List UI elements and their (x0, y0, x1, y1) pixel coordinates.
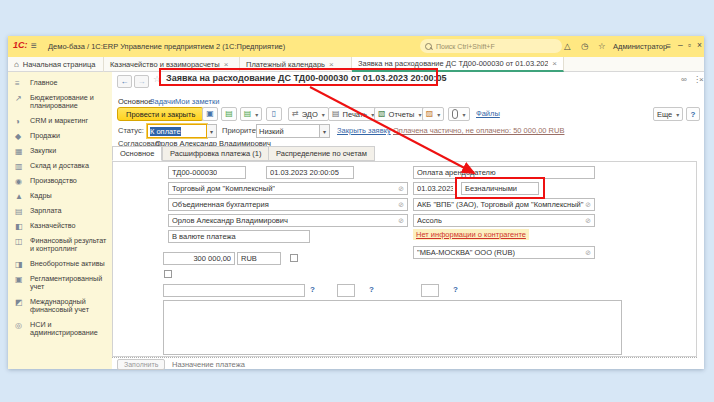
no-counterparty-info-link[interactable]: Нет информации о контрагенте (413, 229, 529, 240)
tab-treasury[interactable]: Казначейство и взаиморасчеты × (104, 57, 240, 72)
payment-card-button[interactable]: ▯ (266, 107, 282, 121)
number-input[interactable]: ТД00-000030 (168, 166, 246, 179)
status-input[interactable]: К оплате (147, 124, 207, 138)
over-limit-checkbox[interactable] (290, 254, 298, 262)
planning-input[interactable]: В валюте платежа (168, 230, 310, 243)
uip-help-icon[interactable] (310, 285, 315, 294)
recipient-account-input[interactable]: "МБА-МОСКВА" ООО (RUB) (413, 246, 595, 259)
applicant-input[interactable]: Орлов Александр Владимирович (168, 214, 408, 227)
priority-dropdown-icon[interactable] (320, 124, 330, 138)
organization-input[interactable]: Торговый дом "Комплексный" (168, 182, 408, 195)
reports-button[interactable]: ▧Отчеты (374, 107, 426, 121)
notes-textarea[interactable] (163, 300, 622, 355)
post-and-close-button[interactable]: Провести и закрыть (117, 107, 204, 121)
sidebar-item-production[interactable]: ◉Производство (8, 174, 112, 188)
uip-input[interactable] (163, 284, 305, 297)
sidebar-item-warehouse[interactable]: ▥Склад и доставка (8, 159, 112, 173)
pay-code-input[interactable] (421, 284, 439, 297)
doc-nav-main[interactable]: Основное (118, 97, 152, 106)
sidebar-item-treasury[interactable]: ◧Казначейство (8, 219, 112, 233)
attachments-button[interactable] (448, 107, 470, 121)
form-tab-main[interactable]: Основное (112, 146, 162, 161)
operation-input[interactable]: Оплата арендодателю (413, 166, 595, 179)
maximize-button[interactable]: ▫ (688, 40, 691, 50)
close-window-button[interactable]: × (697, 40, 702, 50)
minimize-button[interactable]: – (678, 40, 683, 50)
get-link-icon[interactable]: ∞ (681, 75, 687, 84)
sidebar-item-main[interactable]: ≡Главное (8, 76, 112, 90)
open-icon[interactable] (398, 201, 404, 209)
create-based-on-button[interactable]: ▨ (422, 107, 444, 121)
window-title: Демо-база / 1С:ERP Управление предприяти… (48, 42, 285, 51)
save-button[interactable]: ▣ (202, 107, 218, 121)
open-icon[interactable] (398, 217, 404, 225)
sidebar-item-staff[interactable]: ▲Кадры (8, 189, 112, 203)
bank-account-input[interactable]: АКБ "ВПБ" (ЗАО), Торговый дом "Комплексн… (413, 198, 595, 211)
card-icon: ▯ (272, 110, 276, 118)
amount-input[interactable]: 300 000,00 (163, 252, 235, 265)
sidebar-item-budgeting[interactable]: ↗Бюджетирование и планирование (8, 91, 112, 113)
kvd-help-icon[interactable] (369, 285, 374, 294)
current-user[interactable]: Администратор (613, 42, 667, 51)
sidebar-item-sales[interactable]: ◆Продажи (8, 129, 112, 143)
tab-home[interactable]: ⌂ Начальная страница (8, 57, 104, 72)
sidebar-item-salary[interactable]: ▤Зарплата (8, 204, 112, 218)
date-time-input[interactable]: 01.03.2023 20:00:05 (266, 166, 354, 179)
sidebar-item-international-fin[interactable]: ◩Международный финансовый учет (8, 295, 112, 317)
post-dropdown-button[interactable]: ▤ (240, 107, 262, 121)
favorites-icon[interactable]: ☆ (598, 41, 606, 51)
sidebar-item-admin[interactable]: ◎НСИ и администрирование (8, 318, 112, 340)
doc-nav-tasks[interactable]: Задачи (150, 97, 175, 106)
splitter[interactable] (112, 357, 697, 358)
sidebar-item-purchases[interactable]: ▦Закупки (8, 144, 112, 158)
open-icon[interactable] (585, 201, 591, 209)
close-tab-icon[interactable]: × (224, 60, 229, 69)
recipient-input[interactable]: Ассоль (413, 214, 595, 227)
budget-transfer-checkbox[interactable] (164, 270, 172, 278)
pay-code-help-icon[interactable] (453, 285, 458, 294)
forward-button[interactable]: → (134, 75, 149, 88)
open-icon[interactable] (585, 217, 591, 225)
payment-state-link[interactable]: Оплачена частично, не оплачено: 50 000,0… (393, 126, 564, 135)
screen: 1С: ≡ Демо-база / 1С:ERP Управление пред… (0, 0, 714, 402)
back-button[interactable]: ← (117, 75, 132, 88)
main-menu-icon[interactable]: ≡ (31, 40, 37, 51)
tab-payment-request[interactable]: Заявка на расходование ДС ТД00-000030 от… (352, 57, 564, 72)
settings-menu-icon[interactable]: ≡ (666, 41, 671, 51)
form-tab-payment-details[interactable]: Расшифровка платежа (1) (162, 146, 269, 161)
pay-date-input[interactable]: 01.03.2023 (413, 182, 457, 195)
help-button[interactable] (686, 107, 700, 121)
post-button[interactable]: ▤ (221, 107, 237, 121)
close-tab-icon[interactable]: × (552, 59, 557, 68)
close-request-link[interactable]: Закрыть заявку (337, 126, 391, 135)
favorite-star-icon[interactable]: ☆ (153, 74, 161, 84)
status-dropdown-icon[interactable] (207, 124, 217, 138)
department-input[interactable]: Объединенная бухгалтерия (168, 198, 408, 211)
files-link[interactable]: Файлы (476, 109, 500, 118)
doc-nav-notes[interactable]: Мои заметки (175, 97, 219, 106)
close-document-icon[interactable]: × (699, 75, 704, 84)
crm-icon: ◑ (15, 117, 25, 126)
open-icon[interactable] (398, 185, 404, 193)
staff-icon: ▲ (15, 192, 25, 201)
history-icon[interactable]: ◷ (581, 41, 588, 51)
pay-kind-input[interactable]: Безналичными (461, 182, 539, 195)
open-icon[interactable] (585, 249, 591, 257)
sidebar-item-fin-result[interactable]: ◫Финансовый результат и контроллинг (8, 234, 112, 256)
sidebar-item-regulated-accounting[interactable]: ▣Регламентированный учет (8, 272, 112, 294)
print-button[interactable]: ▤Печать (328, 107, 378, 121)
more-button[interactable]: Еще (653, 107, 683, 121)
close-tab-icon[interactable]: × (329, 60, 334, 69)
sidebar-item-noncurrent-assets[interactable]: ◨Внеоборотные активы (8, 257, 112, 271)
fill-button[interactable]: Заполнить (117, 359, 165, 370)
kvd-input[interactable] (337, 284, 355, 297)
post-icon: ▤ (225, 110, 233, 118)
global-search-input[interactable]: Поиск Ctrl+Shift+F (420, 39, 562, 53)
notifications-icon[interactable]: △ (564, 41, 571, 51)
currency-input[interactable]: RUB (237, 252, 281, 265)
priority-input[interactable]: Низкий (256, 124, 320, 138)
edo-button[interactable]: ⇄ЭДО (288, 107, 329, 121)
sidebar-item-crm[interactable]: ◑CRM и маркетинг (8, 114, 112, 128)
form-tab-account-distribution[interactable]: Распределение по счетам (268, 146, 375, 161)
tab-payment-calendar[interactable]: Платежный календарь × (240, 57, 352, 72)
